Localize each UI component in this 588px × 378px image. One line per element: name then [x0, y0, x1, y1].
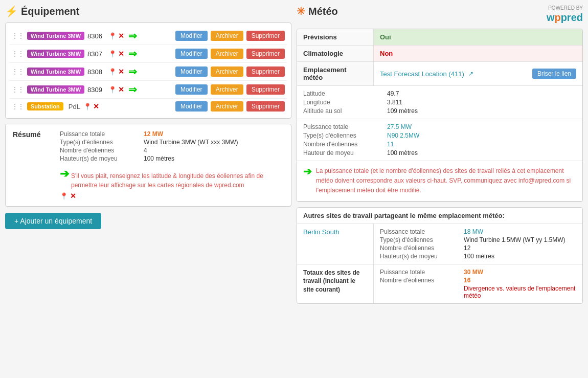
- x-icon[interactable]: ✕: [118, 68, 124, 76]
- resume-row-value: Wind Turbine 3MW (WT xxx 3MW): [144, 139, 284, 146]
- modifier-button[interactable]: Modifier: [175, 84, 208, 95]
- equipment-title: Équipement: [21, 6, 79, 17]
- other-sites-row-value: 18 MW: [464, 228, 576, 235]
- power-detail-label: Nombre d'éoliennes: [303, 141, 385, 148]
- emplacement-row: Emplacement météo Test Forecast Location…: [297, 62, 582, 86]
- power-details: Puissance totale27.5 MWType(s) d'éolienn…: [297, 119, 582, 161]
- totals-row-label: Nombre d'éoliennes: [380, 277, 462, 284]
- resume-grid: Puissance totale12 MWType(s) d'éoliennes…: [60, 130, 284, 162]
- drag-handle[interactable]: ⋮⋮: [12, 103, 24, 110]
- location-detail-value: 3.811: [387, 99, 576, 106]
- powered-by-text: POWERED BY: [547, 5, 583, 11]
- other-sites-row-label: Type(s) d'éoliennes: [380, 236, 462, 243]
- drag-handle[interactable]: ⋮⋮: [12, 68, 24, 75]
- add-equipment-button[interactable]: + Ajouter un équipement: [5, 213, 101, 229]
- climatologie-label: Climatologie: [297, 46, 374, 61]
- archiver-button[interactable]: Archiver: [211, 31, 243, 41]
- green-arrow-icon: ⇒: [128, 65, 137, 78]
- meteo-warning-text: La puissance totale (et le nombre d'éoli…: [316, 166, 576, 196]
- eq-number: 8309: [87, 86, 105, 94]
- other-sites-row-value: 12: [464, 244, 576, 252]
- x-icon[interactable]: ✕: [118, 32, 124, 40]
- green-arrow-icon: ⇒: [128, 30, 137, 42]
- badge-substation: Substation: [27, 102, 63, 110]
- resume-box: Résumé Puissance totale12 MWType(s) d'éo…: [5, 124, 291, 207]
- drag-handle[interactable]: ⋮⋮: [12, 50, 24, 57]
- previsions-label: Prévisions: [297, 29, 374, 45]
- berlin-south-link[interactable]: Berlin South: [303, 228, 340, 236]
- archiver-button[interactable]: Archiver: [211, 66, 243, 77]
- totals-row-value: Divergence vs. valeurs de l'emplacement …: [464, 285, 576, 299]
- x-icon[interactable]: ✕: [93, 102, 99, 110]
- eq-number: 8306: [87, 32, 105, 40]
- meteo-warning-box: ➔ La puissance totale (et le nombre d'éo…: [297, 161, 582, 202]
- archiver-button[interactable]: Archiver: [211, 84, 243, 95]
- resume-title: Résumé: [13, 130, 54, 200]
- totals-row-label: Puissance totale: [380, 269, 462, 276]
- archiver-button[interactable]: Archiver: [211, 101, 243, 112]
- equipment-row: ⋮⋮ Substation PdL 📍 ✕ Modifier Archiver …: [10, 99, 287, 114]
- modifier-button[interactable]: Modifier: [175, 31, 208, 41]
- bolt-icon: ⚡: [5, 5, 18, 17]
- berlin-south-data: Puissance totale18 MWType(s) d'éoliennes…: [374, 224, 582, 264]
- x-icon[interactable]: ✕: [118, 50, 124, 58]
- totals-data: Puissance totale30 MWNombre d'éoliennes1…: [374, 264, 582, 303]
- supprimer-button[interactable]: Supprimer: [246, 49, 285, 59]
- x-icon[interactable]: ✕: [118, 85, 124, 94]
- meteo-main-box: Prévisions Oui Climatologie Non Emplacem…: [297, 29, 583, 202]
- supprimer-button[interactable]: Supprimer: [246, 84, 285, 95]
- wpred-brand: wpwpredpred: [547, 11, 583, 24]
- x-icon-resume[interactable]: ✕: [70, 192, 76, 200]
- other-sites-row-label: Nombre d'éoliennes: [380, 244, 462, 252]
- location-detail-label: Longitude: [303, 99, 385, 106]
- pin-icon: 📍: [108, 50, 117, 58]
- resume-warning-arrow: ➔: [60, 167, 69, 181]
- green-arrow-icon: ⇒: [128, 48, 137, 60]
- equipment-row: ⋮⋮ Wind Turbine 3MW 8309 📍 ✕ ⇒ Modifier …: [10, 81, 287, 99]
- break-link-button[interactable]: Briser le lien: [532, 69, 576, 79]
- power-detail-value: N90 2.5MW: [387, 132, 576, 139]
- totals-label: Totaux des sites de travail (incluant le…: [297, 264, 374, 303]
- power-detail-grid: Puissance totale27.5 MWType(s) d'éolienn…: [303, 123, 576, 157]
- location-detail-value: 109 mètres: [387, 107, 576, 115]
- modifier-button[interactable]: Modifier: [175, 49, 208, 59]
- modifier-button[interactable]: Modifier: [175, 101, 208, 112]
- drag-handle[interactable]: ⋮⋮: [12, 86, 24, 93]
- badge-wind: Wind Turbine 3MW: [27, 50, 84, 58]
- equipment-row: ⋮⋮ Wind Turbine 3MW 8306 📍 ✕ ⇒ Modifier …: [10, 27, 287, 45]
- equipment-section-title: ⚡ Équipement: [5, 5, 291, 17]
- archiver-button[interactable]: Archiver: [211, 49, 243, 59]
- power-detail-value: 100 mètres: [387, 149, 576, 157]
- pdl-text: PdL: [69, 103, 80, 110]
- supprimer-button[interactable]: Supprimer: [246, 31, 285, 41]
- equipment-row: ⋮⋮ Wind Turbine 3MW 8307 📍 ✕ ⇒ Modifier …: [10, 45, 287, 63]
- drag-handle[interactable]: ⋮⋮: [12, 32, 24, 39]
- eq-icons: 📍 ✕: [108, 68, 124, 76]
- powered-by: POWERED BY wpwpredpred: [547, 5, 583, 24]
- power-detail-value: 27.5 MW: [387, 123, 576, 130]
- equipment-row: ⋮⋮ Wind Turbine 3MW 8308 📍 ✕ ⇒ Modifier …: [10, 63, 287, 81]
- star-icon: ✳: [297, 5, 305, 17]
- resume-row-label: Hauteur(s) de moyeu: [60, 155, 142, 162]
- other-sites-row-value: 100 mètres: [464, 253, 576, 260]
- left-panel: ⚡ Équipement ⋮⋮ Wind Turbine 3MW 8306 📍 …: [5, 5, 291, 309]
- eq-icons: 📍 ✕: [108, 85, 124, 94]
- other-sites-row-label: Puissance totale: [380, 228, 462, 235]
- resume-row-value: 12 MW: [144, 130, 284, 138]
- eq-icons: 📍 ✕: [108, 50, 124, 58]
- pin-icon: 📍: [108, 68, 117, 76]
- forecast-location-link[interactable]: Test Forecast Location (411): [380, 70, 464, 78]
- location-details: Latitude49.7Longitude3.811Altitude au so…: [297, 86, 582, 119]
- location-detail-label: Altitude au sol: [303, 107, 385, 115]
- climatologie-value: Non: [374, 46, 582, 61]
- emplacement-label: Emplacement météo: [297, 62, 374, 85]
- eq-number: 8308: [87, 68, 105, 76]
- modifier-button[interactable]: Modifier: [175, 66, 208, 77]
- badge-wind: Wind Turbine 3MW: [27, 32, 84, 40]
- supprimer-button[interactable]: Supprimer: [246, 101, 285, 112]
- eq-icons: 📍 ✕: [83, 102, 99, 110]
- pin-icon: 📍: [108, 86, 117, 94]
- other-sites-row-value: Wind Turbine 1.5MW (WT yy 1.5MW): [464, 236, 576, 243]
- berlin-south-row: Berlin South Puissance totale18 MWType(s…: [297, 224, 582, 264]
- supprimer-button[interactable]: Supprimer: [246, 66, 285, 77]
